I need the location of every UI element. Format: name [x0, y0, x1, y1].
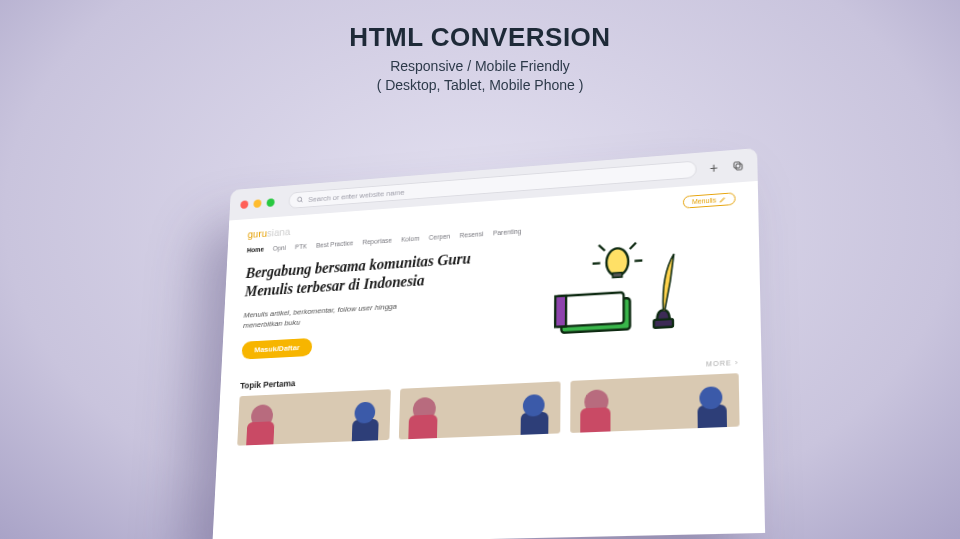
hero-subtitle: Menulis artikel, berkomentar, follow use… — [243, 300, 417, 331]
article-card[interactable] — [399, 381, 560, 439]
nav-reportase[interactable]: Reportase — [362, 237, 392, 246]
hero-illustration — [538, 234, 699, 351]
webpage: gurusiana Menulis Home Opni PTK Best Pra… — [212, 181, 765, 539]
close-icon[interactable] — [240, 200, 248, 209]
svg-rect-13 — [654, 319, 673, 328]
more-link[interactable]: MORE › — [706, 358, 739, 367]
svg-line-11 — [599, 245, 605, 251]
section-title: Topik Pertama — [240, 378, 296, 390]
site-logo[interactable]: gurusiana — [247, 225, 290, 239]
pencil-icon — [719, 196, 726, 203]
nav-resensi[interactable]: Resensi — [460, 230, 484, 238]
window-controls[interactable] — [240, 198, 275, 209]
svg-rect-3 — [734, 162, 740, 168]
nav-opni[interactable]: Opni — [273, 244, 286, 251]
nav-kolom[interactable]: Kolom — [401, 235, 420, 243]
promo-header: HTML CONVERSION Responsive / Mobile Frie… — [0, 0, 960, 95]
nav-parenting[interactable]: Parenting — [493, 228, 522, 237]
svg-line-10 — [634, 260, 642, 261]
svg-rect-2 — [736, 164, 742, 170]
browser-window: Search or enter website name + gurusiana… — [212, 148, 765, 539]
signup-button[interactable]: Masuk/Daftar — [241, 338, 312, 360]
promo-subtitle: Responsive / Mobile Friendly ( Desktop, … — [0, 57, 960, 95]
write-button[interactable]: Menulis — [683, 192, 736, 208]
search-icon — [297, 196, 304, 204]
promo-title: HTML CONVERSION — [0, 22, 960, 53]
nav-cerpen[interactable]: Cerpen — [429, 233, 451, 241]
svg-rect-8 — [613, 272, 622, 277]
nav-ptk[interactable]: PTK — [295, 243, 307, 250]
address-placeholder: Search or enter website name — [308, 188, 405, 204]
new-tab-button[interactable]: + — [707, 161, 721, 176]
copy-icon — [732, 160, 744, 173]
minimize-icon[interactable] — [253, 199, 261, 208]
tabs-button[interactable] — [731, 159, 745, 174]
svg-line-12 — [630, 243, 636, 249]
svg-line-1 — [301, 201, 303, 203]
hero-title: Bergabung bersama komunitas Guru Menulis… — [244, 248, 483, 301]
nav-home[interactable]: Home — [247, 246, 264, 254]
maximize-icon[interactable] — [266, 198, 274, 207]
svg-rect-6 — [555, 296, 566, 327]
article-card[interactable] — [570, 373, 740, 433]
nav-best-practice[interactable]: Best Practice — [316, 240, 353, 249]
article-card[interactable] — [237, 389, 391, 445]
